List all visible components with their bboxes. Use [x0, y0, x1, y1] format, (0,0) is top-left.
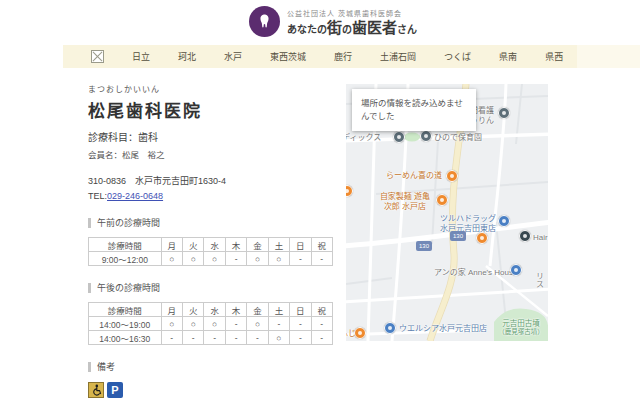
tel-link[interactable]: 029-246-0648 — [107, 191, 163, 201]
clinic-tel-row: TEL:029-246-0648 — [88, 191, 333, 201]
nav-item-tsukuba[interactable]: つくば — [444, 50, 471, 63]
mark-cell: ○ — [247, 317, 268, 331]
mark-cell: - — [311, 252, 332, 266]
clinic-department: 診療科目：歯科 — [88, 129, 333, 144]
col-header-thu: 木 — [225, 303, 246, 317]
nav-item-rokko[interactable]: 鹿行 — [334, 50, 352, 63]
mark-cell: ○ — [268, 331, 289, 345]
nav-item-kahoku[interactable]: 珂北 — [178, 50, 196, 63]
region-nav-bar: 日立 珂北 水戸 東西茨城 鹿行 土浦石岡 つくば 県南 県西 西南 — [63, 45, 577, 68]
map-label-hair: Hair — [533, 233, 548, 243]
map-label-line: ツルハドラッグ — [438, 214, 498, 224]
map-pin-ramen-icon — [446, 170, 458, 182]
table-header-row: 診療時間 月 火 水 木 金 土 日 祝 — [89, 303, 333, 317]
map-pin-tsuruha-icon — [498, 215, 510, 227]
map-label-anne: アンの家 Anne's House — [434, 268, 517, 278]
col-header-tue: 火 — [183, 303, 204, 317]
table-row: 14:00～19:00 ○ ○ ○ - ○ - - - — [89, 317, 333, 331]
mark-cell: - — [225, 252, 246, 266]
col-header-tue: 火 — [183, 238, 204, 252]
nav-item-tozai-ibaraki[interactable]: 東西茨城 — [270, 50, 306, 63]
col-header-mon: 月 — [161, 238, 182, 252]
map-label-line: （鹿見塚古墳） — [494, 328, 548, 336]
site-title-part: さん — [397, 24, 417, 35]
route-badge: 130 — [450, 231, 466, 241]
site-header: 公益社団法人 茨城県歯科医師会 あなたの街の歯医者さん — [0, 0, 640, 45]
map-pin-hinode-icon — [420, 130, 432, 142]
nav-item-kensei[interactable]: 県西 — [545, 50, 563, 63]
nav-item-hitachi[interactable]: 日立 — [132, 50, 150, 63]
wheelchair-icon — [88, 382, 104, 398]
col-header-wed: 水 — [204, 303, 225, 317]
mark-cell: - — [290, 317, 311, 331]
col-header-thu: 木 — [225, 238, 246, 252]
mark-cell: - — [311, 331, 332, 345]
table-row: 9:00～12:00 ○ ○ ○ - ○ ○ - - — [89, 252, 333, 266]
section-heading-afternoon: 午後の診療時間 — [88, 281, 333, 294]
map-label-kofun: 元吉田古墳 （鹿見塚古墳） — [494, 319, 548, 336]
map-label-risu: リス — [534, 272, 544, 288]
col-header-time: 診療時間 — [89, 303, 162, 317]
time-cell: 14:00～16:30 — [89, 331, 162, 345]
nav-item-mito[interactable]: 水戸 — [224, 50, 242, 63]
col-header-fri: 金 — [247, 303, 268, 317]
mark-cell: ○ — [204, 317, 225, 331]
mark-cell: - — [311, 317, 332, 331]
map-label-line: 自家製麺 遊亀 — [376, 192, 434, 202]
google-map[interactable]: 場所の情報を読み込めませんでした 訪問看護 ふうりん メディックス ひので保育園… — [346, 84, 548, 341]
mark-cell: ○ — [161, 252, 182, 266]
map-label-line: 水戸元吉田東店 — [438, 224, 498, 234]
mark-cell: ○ — [247, 252, 268, 266]
tooth-logo-icon — [249, 6, 280, 37]
mark-cell: ○ — [161, 317, 182, 331]
clinic-detail-panel: まつおしかいいん 松尾歯科医院 診療科目：歯科 会員名：松尾 裕之 310-08… — [88, 83, 333, 400]
col-header-hol: 祝 — [311, 238, 332, 252]
heading-bar — [88, 283, 91, 293]
map-label-tsuruha: ツルハドラッグ 水戸元吉田東店 — [438, 214, 498, 233]
map-pin-houmonkango-icon — [498, 107, 510, 119]
mark-cell: - — [247, 331, 268, 345]
col-header-mon: 月 — [161, 303, 182, 317]
col-header-sun: 日 — [290, 238, 311, 252]
map-pin-anne-icon — [510, 264, 522, 276]
section-heading-label: 午後の診療時間 — [97, 281, 160, 294]
mark-cell: - — [290, 331, 311, 345]
site-logo[interactable]: 公益社団法人 茨城県歯科医師会 あなたの街の歯医者さん — [249, 6, 417, 37]
site-title-part: あなたの — [287, 24, 327, 35]
map-label-jikasei: 自家製麺 遊亀 次郎 水戸店 — [376, 192, 434, 211]
col-header-hol: 祝 — [311, 303, 332, 317]
heading-bar — [88, 362, 91, 372]
map-label-line: 次郎 水戸店 — [376, 202, 434, 212]
clinic-name: 松尾歯科医院 — [88, 97, 333, 122]
tel-label: TEL: — [88, 191, 107, 201]
mark-cell: - — [225, 317, 246, 331]
map-pin-restaurant-icon — [476, 232, 488, 244]
mark-cell: - — [161, 331, 182, 345]
facility-icons: P — [88, 382, 333, 398]
nav-item-kennan[interactable]: 県南 — [499, 50, 517, 63]
map-pin-welcia-icon — [384, 322, 396, 334]
clinic-name-kana: まつおしかいいん — [88, 83, 333, 94]
section-heading-label: 備考 — [97, 360, 115, 373]
section-heading-label: 午前の診療時間 — [97, 216, 160, 229]
map-label-welcia: ウエルシア水戸元吉田店 — [399, 324, 487, 334]
table-row: 14:00～16:30 - - - - - ○ - - — [89, 331, 333, 345]
clinic-member: 会員名：松尾 裕之 — [88, 148, 333, 160]
mark-cell: - — [204, 331, 225, 345]
time-cell: 9:00～12:00 — [89, 252, 162, 266]
map-label-line: 元吉田古墳 — [494, 319, 548, 328]
col-header-sun: 日 — [290, 303, 311, 317]
mark-cell: - — [225, 331, 246, 345]
morning-schedule-table: 診療時間 月 火 水 木 金 土 日 祝 9:00～12:00 ○ ○ ○ - … — [88, 237, 333, 266]
time-cell: 14:00～19:00 — [89, 317, 162, 331]
mark-cell: ○ — [268, 252, 289, 266]
map-pin-jikasei-icon — [436, 194, 448, 206]
map-pin-fuji-icon — [354, 327, 366, 339]
route-badge: 130 — [416, 241, 432, 251]
map-error-infowindow: 場所の情報を読み込めませんでした — [352, 89, 476, 131]
org-name: 公益社団法人 茨城県歯科医師会 — [287, 8, 417, 18]
broken-image-icon — [91, 50, 104, 63]
site-title-part: の — [342, 24, 352, 35]
col-header-sat: 土 — [268, 238, 289, 252]
nav-item-tsuchiura-ishioka[interactable]: 土浦石岡 — [380, 50, 416, 63]
